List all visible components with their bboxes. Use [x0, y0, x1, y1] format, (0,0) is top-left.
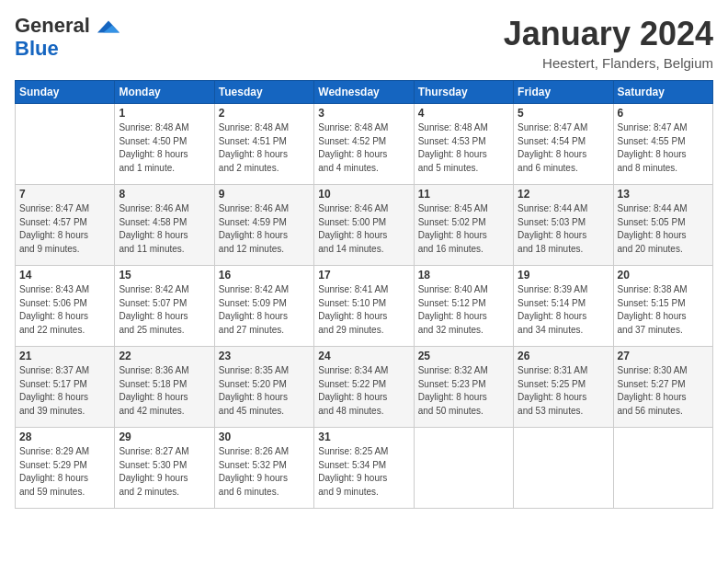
day-cell: 3Sunrise: 8:48 AMSunset: 4:52 PMDaylight…	[314, 104, 414, 185]
day-cell: 11Sunrise: 8:45 AMSunset: 5:02 PMDayligh…	[414, 185, 513, 266]
day-number: 17	[318, 269, 409, 282]
day-cell: 8Sunrise: 8:46 AMSunset: 4:58 PMDaylight…	[115, 185, 214, 266]
day-info: Sunrise: 8:47 AMSunset: 4:54 PMDaylight:…	[518, 121, 609, 175]
day-header-wednesday: Wednesday	[314, 81, 414, 104]
day-cell: 21Sunrise: 8:37 AMSunset: 5:17 PMDayligh…	[16, 347, 115, 428]
day-number: 16	[219, 269, 310, 282]
day-cell: 14Sunrise: 8:43 AMSunset: 5:06 PMDayligh…	[16, 266, 115, 347]
day-cell: 17Sunrise: 8:41 AMSunset: 5:10 PMDayligh…	[314, 266, 414, 347]
day-cell: 27Sunrise: 8:30 AMSunset: 5:27 PMDayligh…	[613, 347, 712, 428]
day-number: 31	[318, 431, 409, 443]
day-info: Sunrise: 8:27 AMSunset: 5:30 PMDaylight:…	[119, 445, 210, 499]
day-info: Sunrise: 8:48 AMSunset: 4:51 PMDaylight:…	[219, 121, 310, 175]
week-row-3: 14Sunrise: 8:43 AMSunset: 5:06 PMDayligh…	[16, 266, 713, 347]
day-number: 11	[418, 188, 509, 201]
day-info: Sunrise: 8:46 AMSunset: 4:59 PMDaylight:…	[219, 202, 310, 256]
day-info: Sunrise: 8:47 AMSunset: 4:55 PMDaylight:…	[618, 121, 709, 175]
day-info: Sunrise: 8:41 AMSunset: 5:10 PMDaylight:…	[318, 283, 409, 337]
day-number: 14	[19, 269, 110, 282]
day-cell: 31Sunrise: 8:25 AMSunset: 5:34 PMDayligh…	[314, 428, 414, 509]
day-cell: 15Sunrise: 8:42 AMSunset: 5:07 PMDayligh…	[115, 266, 214, 347]
day-cell	[514, 428, 613, 509]
day-info: Sunrise: 8:36 AMSunset: 5:18 PMDaylight:…	[119, 364, 210, 418]
day-cell: 1Sunrise: 8:48 AMSunset: 4:50 PMDaylight…	[115, 104, 214, 185]
day-header-tuesday: Tuesday	[214, 81, 313, 104]
week-row-4: 21Sunrise: 8:37 AMSunset: 5:17 PMDayligh…	[16, 347, 713, 428]
day-cell: 4Sunrise: 8:48 AMSunset: 4:53 PMDaylight…	[414, 104, 513, 185]
day-number: 19	[518, 269, 609, 282]
day-info: Sunrise: 8:47 AMSunset: 4:57 PMDaylight:…	[19, 202, 110, 256]
day-number: 22	[119, 350, 210, 362]
month-title: January 2024	[504, 15, 713, 53]
day-info: Sunrise: 8:37 AMSunset: 5:17 PMDaylight:…	[19, 364, 110, 418]
day-info: Sunrise: 8:39 AMSunset: 5:14 PMDaylight:…	[518, 283, 609, 337]
day-info: Sunrise: 8:42 AMSunset: 5:07 PMDaylight:…	[119, 283, 210, 337]
day-cell: 12Sunrise: 8:44 AMSunset: 5:03 PMDayligh…	[514, 185, 613, 266]
day-info: Sunrise: 8:32 AMSunset: 5:23 PMDaylight:…	[418, 364, 509, 418]
logo-blue: Blue	[15, 37, 59, 60]
day-number: 3	[318, 107, 409, 120]
day-number: 6	[618, 107, 709, 120]
day-header-friday: Friday	[514, 81, 613, 104]
day-number: 25	[418, 350, 509, 362]
day-info: Sunrise: 8:26 AMSunset: 5:32 PMDaylight:…	[219, 445, 310, 499]
day-number: 1	[119, 107, 210, 120]
day-info: Sunrise: 8:44 AMSunset: 5:03 PMDaylight:…	[518, 202, 609, 256]
day-info: Sunrise: 8:48 AMSunset: 4:52 PMDaylight:…	[318, 121, 409, 175]
day-cell: 16Sunrise: 8:42 AMSunset: 5:09 PMDayligh…	[214, 266, 313, 347]
day-number: 4	[418, 107, 509, 120]
day-header-sunday: Sunday	[16, 81, 115, 104]
day-info: Sunrise: 8:46 AMSunset: 4:58 PMDaylight:…	[119, 202, 210, 256]
day-info: Sunrise: 8:29 AMSunset: 5:29 PMDaylight:…	[19, 445, 110, 499]
day-info: Sunrise: 8:31 AMSunset: 5:25 PMDaylight:…	[518, 364, 609, 418]
day-cell: 10Sunrise: 8:46 AMSunset: 5:00 PMDayligh…	[314, 185, 414, 266]
week-row-1: 1Sunrise: 8:48 AMSunset: 4:50 PMDaylight…	[16, 104, 713, 185]
day-info: Sunrise: 8:34 AMSunset: 5:22 PMDaylight:…	[318, 364, 409, 418]
day-cell: 18Sunrise: 8:40 AMSunset: 5:12 PMDayligh…	[414, 266, 513, 347]
day-number: 18	[418, 269, 509, 282]
day-header-monday: Monday	[115, 81, 214, 104]
logo: General Blue	[15, 15, 119, 60]
day-cell: 26Sunrise: 8:31 AMSunset: 5:25 PMDayligh…	[514, 347, 613, 428]
day-cell: 2Sunrise: 8:48 AMSunset: 4:51 PMDaylight…	[214, 104, 313, 185]
day-info: Sunrise: 8:38 AMSunset: 5:15 PMDaylight:…	[618, 283, 709, 337]
day-number: 10	[318, 188, 409, 201]
day-info: Sunrise: 8:48 AMSunset: 4:50 PMDaylight:…	[119, 121, 210, 175]
day-header-thursday: Thursday	[414, 81, 513, 104]
day-number: 21	[19, 350, 110, 362]
page: General Blue January 2024 Heestert, Flan…	[0, 0, 728, 563]
header-row: SundayMondayTuesdayWednesdayThursdayFrid…	[16, 81, 713, 104]
day-number: 28	[19, 431, 110, 443]
day-info: Sunrise: 8:45 AMSunset: 5:02 PMDaylight:…	[418, 202, 509, 256]
day-number: 12	[518, 188, 609, 201]
day-info: Sunrise: 8:48 AMSunset: 4:53 PMDaylight:…	[418, 121, 509, 175]
day-info: Sunrise: 8:30 AMSunset: 5:27 PMDaylight:…	[618, 364, 709, 418]
day-cell: 13Sunrise: 8:44 AMSunset: 5:05 PMDayligh…	[613, 185, 712, 266]
location: Heestert, Flanders, Belgium	[504, 55, 713, 71]
day-cell: 24Sunrise: 8:34 AMSunset: 5:22 PMDayligh…	[314, 347, 414, 428]
day-number: 24	[318, 350, 409, 362]
logo-general: General	[15, 15, 119, 38]
day-number: 29	[119, 431, 210, 443]
day-info: Sunrise: 8:42 AMSunset: 5:09 PMDaylight:…	[219, 283, 310, 337]
week-row-2: 7Sunrise: 8:47 AMSunset: 4:57 PMDaylight…	[16, 185, 713, 266]
day-number: 23	[219, 350, 310, 362]
day-number: 27	[618, 350, 709, 362]
day-number: 30	[219, 431, 310, 443]
day-cell: 29Sunrise: 8:27 AMSunset: 5:30 PMDayligh…	[115, 428, 214, 509]
day-info: Sunrise: 8:44 AMSunset: 5:05 PMDaylight:…	[618, 202, 709, 256]
day-number: 2	[219, 107, 310, 120]
day-cell	[613, 428, 712, 509]
day-info: Sunrise: 8:35 AMSunset: 5:20 PMDaylight:…	[219, 364, 310, 418]
day-cell: 19Sunrise: 8:39 AMSunset: 5:14 PMDayligh…	[514, 266, 613, 347]
day-info: Sunrise: 8:43 AMSunset: 5:06 PMDaylight:…	[19, 283, 110, 337]
day-cell: 28Sunrise: 8:29 AMSunset: 5:29 PMDayligh…	[16, 428, 115, 509]
header: General Blue January 2024 Heestert, Flan…	[15, 15, 713, 71]
day-info: Sunrise: 8:40 AMSunset: 5:12 PMDaylight:…	[418, 283, 509, 337]
day-number: 15	[119, 269, 210, 282]
day-info: Sunrise: 8:25 AMSunset: 5:34 PMDaylight:…	[318, 445, 409, 499]
day-info: Sunrise: 8:46 AMSunset: 5:00 PMDaylight:…	[318, 202, 409, 256]
day-cell: 5Sunrise: 8:47 AMSunset: 4:54 PMDaylight…	[514, 104, 613, 185]
day-cell: 23Sunrise: 8:35 AMSunset: 5:20 PMDayligh…	[214, 347, 313, 428]
day-cell: 9Sunrise: 8:46 AMSunset: 4:59 PMDaylight…	[214, 185, 313, 266]
